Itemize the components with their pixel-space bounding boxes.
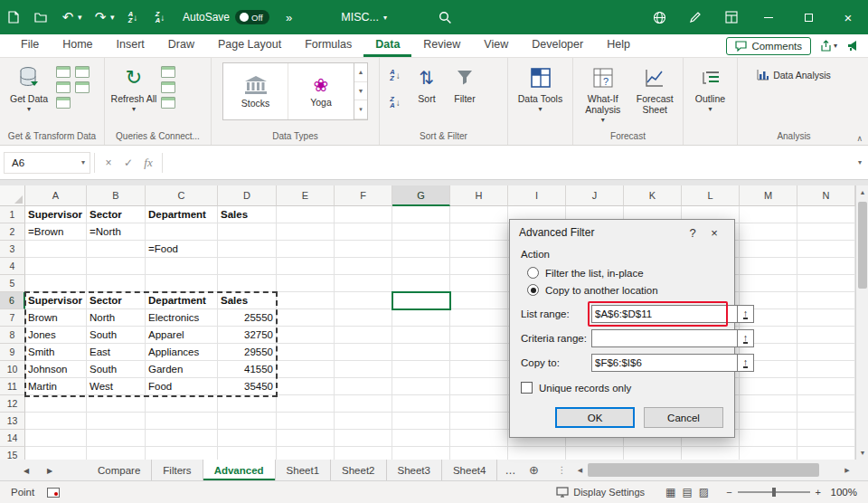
cell-B14[interactable] [87, 430, 146, 447]
ribbon-tab-formulas[interactable]: Formulas [293, 34, 363, 57]
cell-M1[interactable] [740, 206, 797, 223]
row-header-8[interactable]: 8 [0, 327, 25, 344]
column-header-A[interactable]: A [25, 185, 87, 206]
ribbon-tab-developer[interactable]: Developer [520, 34, 595, 57]
display-settings-button[interactable]: Display Settings [556, 487, 645, 498]
cell-H3[interactable] [450, 241, 508, 258]
cell-E13[interactable] [277, 413, 335, 430]
cell-N11[interactable] [797, 378, 855, 395]
filter-button[interactable]: Filter [447, 61, 483, 104]
sort-ascending-icon[interactable]: AZ↓ [121, 6, 145, 28]
list-range-picker-button[interactable]: ↑ [737, 305, 754, 323]
cell-G13[interactable] [392, 413, 450, 430]
cell-E1[interactable] [277, 206, 335, 223]
sort-button[interactable]: ⇅ Sort [409, 61, 445, 104]
horizontal-scroll-thumb[interactable] [588, 463, 819, 477]
data-tools-button[interactable]: Data Tools ▾ [515, 61, 566, 115]
criteria-range-input[interactable] [591, 329, 737, 347]
cell-F14[interactable] [335, 430, 392, 447]
cell-N15[interactable] [797, 447, 855, 460]
row-header-12[interactable]: 12 [0, 395, 25, 413]
criteria-range-picker-button[interactable]: ↑ [737, 329, 754, 347]
sort-z-to-a-button[interactable]: ZA↓ [383, 91, 407, 113]
column-header-J[interactable]: J [566, 185, 624, 206]
cell-C15[interactable] [146, 447, 218, 460]
sort-a-to-z-button[interactable]: AZ↓ [383, 64, 407, 86]
cell-F3[interactable] [335, 241, 392, 258]
unique-records-checkbox[interactable] [521, 382, 533, 394]
cell-N8[interactable] [797, 327, 855, 344]
select-all-corner[interactable] [0, 185, 25, 206]
horizontal-scrollbar[interactable]: ◀ ▶ [573, 460, 854, 480]
row-header-10[interactable]: 10 [0, 361, 25, 378]
vertical-scroll-thumb[interactable] [858, 202, 867, 289]
cell-N10[interactable] [797, 361, 855, 378]
cell-N9[interactable] [797, 344, 855, 361]
dialog-close-button[interactable]: × [703, 223, 725, 242]
new-file-icon[interactable] [2, 6, 25, 28]
cell-M15[interactable] [740, 447, 797, 460]
forecast-sheet-button[interactable]: Forecast Sheet [630, 61, 679, 115]
normal-view-button[interactable]: ▦ [665, 486, 675, 498]
cell-B15[interactable] [87, 447, 146, 460]
cell-A10[interactable]: Johnson [25, 361, 87, 378]
cell-B1[interactable]: Sector [87, 206, 146, 223]
radio-circle[interactable] [527, 267, 539, 279]
cell-B4[interactable] [87, 258, 146, 275]
document-title[interactable]: MISC... ▾ [341, 11, 387, 24]
enter-entry-button[interactable]: ✓ [118, 153, 138, 173]
cell-A14[interactable] [25, 430, 87, 447]
cell-A8[interactable]: Jones [25, 327, 87, 344]
what-if-analysis-button[interactable]: ? What-If Analysis ▾ [577, 61, 628, 126]
collapse-ribbon-icon[interactable]: ∧ [856, 134, 863, 143]
cell-D12[interactable] [218, 395, 277, 413]
cell-E8[interactable] [277, 327, 335, 344]
sheet-nav-left-icon[interactable]: ◀ [16, 460, 36, 481]
quick-access-overflow-icon[interactable]: » [286, 11, 292, 24]
radio-copy-to-location[interactable]: Copy to another location [527, 284, 723, 296]
column-header-F[interactable]: F [335, 185, 392, 206]
tab-splitter-grip[interactable]: ⋮ [557, 460, 566, 480]
ribbon-tab-home[interactable]: Home [51, 34, 104, 57]
cell-L15[interactable] [682, 447, 740, 460]
column-header-B[interactable]: B [87, 185, 146, 206]
cell-B11[interactable]: West [87, 378, 146, 395]
cancel-entry-button[interactable]: × [99, 153, 118, 173]
cell-B5[interactable] [87, 275, 146, 292]
macro-record-icon[interactable] [47, 488, 60, 498]
cell-A1[interactable]: Supervisor [25, 206, 87, 223]
sheet-tab-sheet2[interactable]: Sheet2 [331, 460, 386, 480]
row-header-2[interactable]: 2 [0, 223, 25, 241]
zoom-in-button[interactable]: + [816, 487, 821, 498]
cell-F5[interactable] [335, 275, 392, 292]
row-header-6[interactable]: 6 [0, 292, 25, 309]
cell-E9[interactable] [277, 344, 335, 361]
cell-B8[interactable]: South [87, 327, 146, 344]
autosave-toggle[interactable]: AutoSave Off [183, 10, 269, 24]
cell-C11[interactable]: Food [146, 378, 218, 395]
cell-G10[interactable] [392, 361, 450, 378]
refresh-all-button[interactable]: ↻ Refresh All ▾ [108, 61, 159, 115]
cell-C14[interactable] [146, 430, 218, 447]
cell-A7[interactable]: Brown [25, 309, 87, 327]
sheet-overflow-tab[interactable]: … [497, 460, 523, 480]
scroll-up-button[interactable]: ▲ [856, 185, 868, 199]
cell-D6[interactable]: Sales [218, 292, 277, 309]
cell-H5[interactable] [450, 275, 508, 292]
gallery-down-icon[interactable]: ▼ [354, 82, 367, 101]
cell-C3[interactable]: =Food [146, 241, 218, 258]
cell-H14[interactable] [450, 430, 508, 447]
cell-D11[interactable]: 35450 [218, 378, 277, 395]
outline-button[interactable]: Outline ▾ [688, 61, 733, 115]
cell-D10[interactable]: 41550 [218, 361, 277, 378]
cell-N13[interactable] [797, 413, 855, 430]
page-break-view-button[interactable]: ▨ [699, 486, 709, 498]
cell-H7[interactable] [450, 309, 508, 327]
cell-M11[interactable] [740, 378, 797, 395]
row-header-15[interactable]: 15 [0, 447, 25, 460]
get-data-button[interactable]: Get Data ▾ [4, 61, 54, 115]
cell-A15[interactable] [25, 447, 87, 460]
ribbon-tab-insert[interactable]: Insert [105, 34, 156, 57]
scroll-left-button[interactable]: ◀ [573, 460, 586, 480]
cell-G6[interactable] [392, 292, 450, 309]
